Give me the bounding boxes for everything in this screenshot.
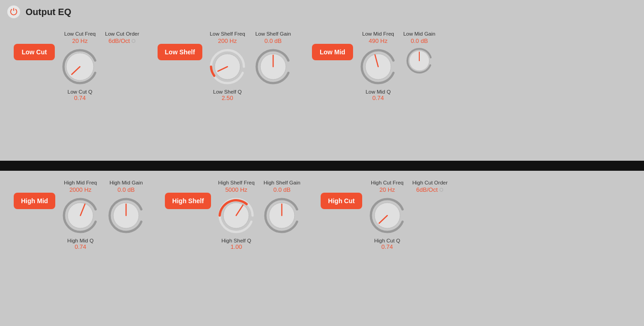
high-shelf-freq-label: High Shelf Freq <box>218 180 254 185</box>
high-mid-gain-col: High Mid Gain 0.0 dB <box>106 180 147 236</box>
low-mid-q-value: 0.74 <box>372 95 384 101</box>
high-mid-freq-label: High Mid Freq <box>64 180 97 185</box>
low-shelf-band: Low Shelf Low Shelf Freq 200 Hz Low S <box>158 31 294 101</box>
power-button[interactable] <box>7 5 20 18</box>
high-mid-freq-value: 2000 Hz <box>69 186 91 193</box>
low-cut-order-col: Low Cut Order 6dB/Oct ⬡ <box>105 31 139 48</box>
high-mid-gain-label: High Mid Gain <box>110 180 143 185</box>
high-cut-button[interactable]: High Cut <box>321 193 362 209</box>
high-cut-q-value: 0.74 <box>381 243 393 250</box>
high-cut-q-label: High Cut Q <box>374 238 400 243</box>
low-cut-button[interactable]: Low Cut <box>14 44 55 60</box>
low-mid-button[interactable]: Low Mid <box>312 44 353 60</box>
section-divider <box>0 161 644 171</box>
low-shelf-q-label: Low Shelf Q <box>213 89 242 95</box>
low-cut-freq-value: 20 Hz <box>72 37 88 44</box>
top-section: Low Cut Low Cut Freq 20 Hz Low Cut Q 0.7… <box>0 24 644 161</box>
low-mid-gain-col: Low Mid Gain 0.0 dB <box>403 31 435 76</box>
low-shelf-q-value: 2.50 <box>222 95 233 101</box>
low-shelf-freq-value: 200 Hz <box>218 37 237 44</box>
high-cut-freq-col: High Cut Freq 20 Hz High Cut Q 0.74 <box>367 180 408 250</box>
high-shelf-gain-col: High Shelf Gain 0.0 dB <box>261 180 302 236</box>
high-shelf-band: High Shelf High Shelf Freq 5000 Hz Hi <box>165 180 302 250</box>
low-shelf-btn-col: Low Shelf <box>158 31 202 60</box>
low-cut-freq-col: Low Cut Freq 20 Hz Low Cut Q 0.74 <box>59 31 100 101</box>
low-mid-q-label: Low Mid Q <box>365 89 391 95</box>
high-shelf-freq-knob[interactable] <box>216 195 257 236</box>
high-mid-q-label: High Mid Q <box>67 238 94 243</box>
low-mid-freq-label: Low Mid Freq <box>362 31 394 37</box>
high-mid-gain-knob[interactable] <box>106 195 147 236</box>
low-cut-freq-label: Low Cut Freq <box>64 31 95 37</box>
high-cut-freq-label: High Cut Freq <box>371 180 404 185</box>
high-shelf-gain-label: High Shelf Gain <box>264 180 301 185</box>
low-shelf-gain-value: 0.0 dB <box>264 37 282 44</box>
high-mid-freq-col: High Mid Freq 2000 Hz High Mid Q 0.74 <box>60 180 101 250</box>
low-cut-q-value: 0.74 <box>74 95 85 101</box>
high-cut-order-stepper[interactable]: ⬡ <box>439 187 443 192</box>
low-shelf-gain-knob[interactable] <box>253 46 294 87</box>
low-mid-band: Low Mid Low Mid Freq 490 Hz Low Mid Q 0.… <box>312 31 435 101</box>
high-cut-order-value: 6dB/Oct <box>416 186 438 193</box>
low-shelf-gain-label: Low Shelf Gain <box>255 31 291 37</box>
low-cut-btn-col: Low Cut <box>14 31 55 60</box>
high-shelf-button[interactable]: High Shelf <box>165 193 211 209</box>
low-shelf-freq-col: Low Shelf Freq 200 Hz Low Shelf Q 2.50 <box>207 31 248 101</box>
low-mid-freq-value: 490 Hz <box>369 37 387 44</box>
low-mid-gain-knob[interactable] <box>405 46 434 76</box>
high-cut-order-label: High Cut Order <box>412 180 448 185</box>
low-cut-freq-knob[interactable] <box>59 46 100 87</box>
high-cut-freq-value: 20 Hz <box>380 186 395 193</box>
low-cut-band: Low Cut Low Cut Freq 20 Hz Low Cut Q 0.7… <box>14 31 139 101</box>
high-shelf-btn-col: High Shelf <box>165 180 211 209</box>
high-mid-q-value: 0.74 <box>74 243 86 250</box>
high-shelf-gain-knob[interactable] <box>261 195 302 236</box>
high-mid-btn-col: High Mid <box>14 180 55 209</box>
bottom-section: High Mid High Mid Freq 2000 Hz High Mid … <box>0 171 644 326</box>
low-shelf-button[interactable]: Low Shelf <box>158 44 202 60</box>
high-shelf-q-value: 1.00 <box>231 243 242 250</box>
low-shelf-freq-label: Low Shelf Freq <box>210 31 245 37</box>
low-mid-gain-label: Low Mid Gain <box>403 31 435 37</box>
low-mid-freq-knob[interactable] <box>358 46 399 87</box>
high-shelf-freq-value: 5000 Hz <box>225 186 247 193</box>
high-shelf-freq-col: High Shelf Freq 5000 Hz High Shelf Q 1.0… <box>216 180 257 250</box>
high-mid-button[interactable]: High Mid <box>14 193 55 209</box>
high-cut-btn-col: High Cut <box>321 180 362 209</box>
high-shelf-q-label: High Shelf Q <box>222 238 251 243</box>
low-cut-q-label: Low Cut Q <box>68 89 92 95</box>
low-mid-btn-col: Low Mid <box>312 31 353 60</box>
low-cut-order-stepper[interactable]: ⬡ <box>132 38 136 43</box>
high-shelf-gain-value: 0.0 dB <box>274 186 291 193</box>
app-title: Output EQ <box>26 7 71 17</box>
header: Output EQ <box>0 0 644 24</box>
low-mid-freq-col: Low Mid Freq 490 Hz Low Mid Q 0.74 <box>358 31 399 101</box>
high-cut-freq-knob[interactable] <box>367 195 408 236</box>
high-cut-band: High Cut High Cut Freq 20 Hz High Cut Q … <box>321 180 448 250</box>
high-mid-freq-knob[interactable] <box>60 195 101 236</box>
low-cut-order-value: 6dB/Oct <box>108 37 130 44</box>
low-cut-order-label: Low Cut Order <box>105 31 139 37</box>
low-shelf-gain-col: Low Shelf Gain 0.0 dB <box>253 31 294 87</box>
low-mid-gain-value: 0.0 dB <box>411 37 428 44</box>
high-mid-band: High Mid High Mid Freq 2000 Hz High Mid … <box>14 180 147 250</box>
high-mid-gain-value: 0.0 dB <box>117 186 135 193</box>
high-cut-order-col: High Cut Order 6dB/Oct ⬡ <box>412 180 448 193</box>
low-shelf-freq-knob[interactable] <box>207 46 248 87</box>
